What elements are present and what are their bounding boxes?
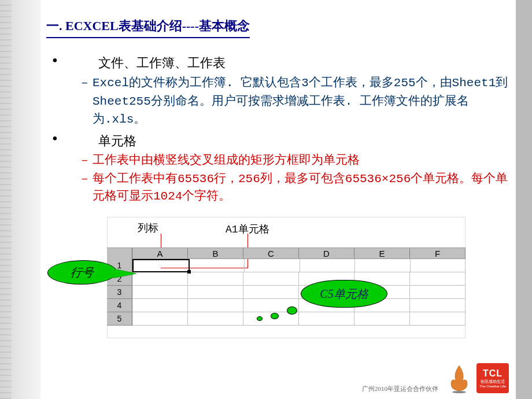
row-number: 5 [107, 312, 132, 326]
grid-cell [188, 272, 243, 286]
tcl-slogan-cn: 创意感动生活 [481, 379, 505, 385]
section1-heading: 文件、工作簿、工作表 [46, 54, 509, 72]
section2-heading: 单元格 [46, 132, 509, 150]
section1-body: Excel的文件称为工作簿. 它默认包含3个工作表，最多255个，由Sheet1… [46, 74, 509, 129]
section2-line2: 每个工作表中有65536行，256列，最多可包含65536×256个单元格。每个… [46, 171, 509, 206]
section-cells: 单元格 工作表中由横竖线交叉组成的矩形方框即为单元格 每个工作表中有65536行… [46, 132, 509, 206]
footer-event-text: 广州2010年亚运会合作伙伴 [362, 385, 438, 393]
grid-cell [410, 312, 466, 326]
grid-rows: 1 2 3 4 5 [107, 259, 466, 326]
slide-title: 一. ECXCEL表基础介绍----基本概念 [46, 17, 250, 38]
col-header: B [188, 248, 243, 258]
grid-cell [132, 272, 188, 286]
grid-cell [132, 299, 188, 312]
cloud-bubble-icon [271, 313, 279, 319]
grid-cell [243, 286, 299, 299]
col-header: C [243, 248, 299, 258]
grid-cell [188, 312, 243, 326]
col-header: A [132, 248, 188, 258]
tcl-logo-icon: TCL 创意感动生活 The Creative Life [476, 363, 509, 393]
grid-cell [300, 259, 356, 272]
tcl-logo-text: TCL [483, 368, 503, 379]
svg-point-0 [452, 391, 466, 393]
table-row: 1 [107, 259, 466, 272]
c5-cell-callout: C5单元格 [301, 280, 387, 308]
grid-cell [188, 286, 243, 299]
grid-cell [243, 272, 299, 286]
grid-cell [410, 299, 466, 312]
col-header: E [354, 248, 410, 258]
section-files: 文件、工作簿、工作表 Excel的文件称为工作簿. 它默认包含3个工作表，最多2… [46, 54, 509, 129]
cloud-bubble-icon [287, 306, 297, 315]
col-header: F [410, 248, 466, 258]
grid-cell [411, 259, 466, 272]
tcl-slogan-en: The Creative Life [479, 385, 506, 388]
grid-cell [190, 259, 245, 272]
grid-cell [410, 272, 466, 286]
row-label-text: 行号 [70, 265, 95, 280]
footer-logos: 广州2010年亚运会合作伙伴 TCL 创意感动生活 The Creative L… [362, 363, 509, 393]
table-row: 4 [107, 299, 466, 312]
cloud-bubble-icon [257, 316, 263, 321]
section2-line1: 工作表中由横竖线交叉组成的矩形方框即为单元格 [46, 152, 509, 169]
grid-cell [188, 299, 243, 312]
grid-cell [355, 259, 411, 272]
row-number: 4 [107, 299, 132, 312]
asian-games-flame-icon [448, 363, 471, 393]
grid-cell [354, 312, 410, 326]
grid-cell [245, 259, 300, 272]
table-row: 3 [107, 286, 466, 299]
corner-cell [107, 248, 132, 260]
grid-cell [132, 286, 188, 299]
c5-label-text: C5单元格 [320, 286, 368, 302]
column-headers-row: A B C D E F [107, 247, 466, 259]
cell-a1-selected [132, 259, 190, 272]
column-header-label: 列标 [138, 221, 158, 235]
grid-cell [410, 286, 466, 299]
col-header: D [299, 248, 354, 258]
right-rail-decor [516, 0, 532, 399]
row-number: 3 [107, 286, 132, 299]
grid-cell [132, 312, 188, 326]
leader-line-column [161, 234, 161, 249]
table-row: 2 [107, 272, 466, 286]
table-row: 5 [107, 312, 466, 326]
left-rail-decor [0, 0, 40, 399]
grid-cell [299, 312, 354, 326]
